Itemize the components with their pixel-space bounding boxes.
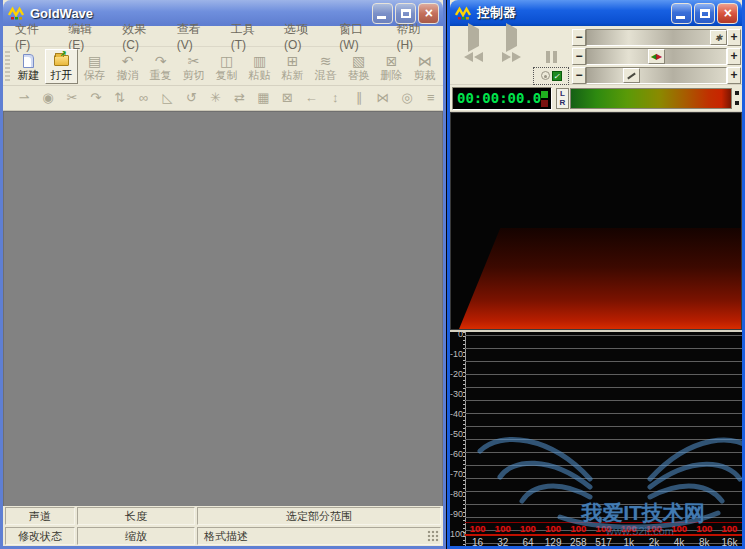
status-channel: 声道	[5, 507, 75, 525]
slider-panel: − ✱ + − ◀▶ + −	[570, 26, 742, 84]
maximize-icon	[401, 9, 411, 18]
balance-slider[interactable]: ◀▶	[586, 48, 727, 65]
effect-icon-4[interactable]: ↷	[84, 88, 108, 108]
new-button[interactable]: 新建	[12, 49, 45, 84]
effect-icon-2[interactable]: ◉	[36, 88, 60, 108]
replace-icon: ▧	[352, 53, 365, 69]
copy-button[interactable]: ◫ 复制	[210, 49, 243, 84]
mix-icon: ≋	[320, 53, 332, 69]
balance-minus-button[interactable]: −	[572, 48, 586, 65]
play-alt-icon	[506, 23, 517, 52]
record-mode-icon	[541, 71, 550, 80]
band-values: 100 100 100 100 100 100 100 100 100 100 …	[465, 523, 742, 534]
fast-forward-button[interactable]	[502, 52, 521, 62]
play-button[interactable]	[468, 29, 479, 47]
effect-icon-18[interactable]: ≡	[419, 88, 443, 108]
close-button[interactable]: ×	[717, 3, 738, 24]
new-file-icon	[23, 54, 34, 68]
y-tick: -60	[450, 450, 463, 459]
meter-channel-labels: L R	[556, 88, 569, 109]
y-tick: -70	[450, 470, 463, 479]
effect-icon-1[interactable]: ⇀	[12, 88, 36, 108]
desktop: GoldWave × 文件(F) 编辑(E) 效果(C) 查看(V) 工具(T)…	[0, 0, 745, 549]
effect-icon-6[interactable]: ∞	[132, 88, 156, 108]
volume-slider-thumb[interactable]: ✱	[710, 30, 727, 45]
main-toolbar: 新建 打开 ▤ 保存 ↶ 撤消 ↷ 重复	[3, 47, 443, 86]
speed-slider[interactable]	[586, 67, 727, 84]
effect-icon-3[interactable]: ✂	[60, 88, 84, 108]
spectrogram-display	[450, 112, 742, 330]
volume-slider-row: − ✱ +	[572, 29, 741, 46]
effect-icon-10[interactable]: ⇄	[227, 88, 251, 108]
status-format: 格式描述	[197, 527, 441, 545]
rewind-button[interactable]	[464, 52, 483, 62]
effect-icon-16[interactable]: ⋈	[371, 88, 395, 108]
trim-button[interactable]: ⋈ 剪裁	[408, 49, 441, 84]
effect-icon-7[interactable]: ◺	[156, 88, 180, 108]
redo-icon: ↷	[155, 53, 167, 69]
resize-grip[interactable]	[427, 530, 439, 542]
volume-minus-button[interactable]: −	[572, 29, 586, 46]
mix-button[interactable]: ≋ 混音	[309, 49, 342, 84]
replace-button[interactable]: ▧ 替换	[342, 49, 375, 84]
effect-icon-11[interactable]: ▦	[251, 88, 275, 108]
record-options-button[interactable]: ✓	[533, 67, 569, 85]
save-button[interactable]: ▤ 保存	[78, 49, 111, 84]
effect-icon-5[interactable]: ⇅	[108, 88, 132, 108]
spectrum-grid	[465, 332, 742, 546]
balance-plus-button[interactable]: +	[727, 48, 741, 65]
save-icon: ▤	[88, 53, 101, 69]
speed-icon	[627, 72, 636, 79]
status-bar-row2: 修改状态 缩放 格式描述	[3, 526, 443, 546]
balance-slider-row: − ◀▶ +	[572, 48, 741, 65]
delete-button[interactable]: ⊠ 删除	[375, 49, 408, 84]
maximize-button[interactable]	[395, 3, 416, 24]
close-icon: ×	[723, 6, 731, 20]
play-alt-button[interactable]	[506, 29, 517, 47]
speed-slider-thumb[interactable]	[623, 68, 640, 83]
frequency-labels: 16 32 64 129 258 517 1k 2k 4k 8k 16k	[465, 537, 742, 546]
minimize-icon	[377, 16, 386, 19]
time-display: 00:00:00.0	[452, 87, 552, 110]
paste-new-button[interactable]: ⊞ 粘新	[276, 49, 309, 84]
status-bar-row1: 声道 长度 选定部分范围	[3, 506, 443, 526]
minimize-button[interactable]	[671, 3, 692, 24]
balance-slider-thumb[interactable]: ◀▶	[648, 49, 665, 64]
redo-button[interactable]: ↷ 重复	[144, 49, 177, 84]
pause-button[interactable]	[546, 51, 557, 63]
effect-icon-12[interactable]: ⊠	[275, 88, 299, 108]
effect-icon-13[interactable]: ←	[299, 88, 323, 108]
volume-slider[interactable]: ✱	[586, 29, 727, 46]
y-tick: 0	[450, 330, 463, 339]
close-button[interactable]: ×	[418, 3, 439, 24]
undo-button[interactable]: ↶ 撤消	[111, 49, 144, 84]
effects-toolbar: ⇀ ◉ ✂ ↷ ⇅ ∞ ◺ ↺ ✳ ⇄ ▦ ⊠ ← ↕ ∥ ⋈ ◎ ≡	[3, 86, 443, 111]
time-meter-row: 00:00:00.0 L R	[450, 85, 742, 112]
green-led-icon	[541, 91, 548, 98]
speed-plus-button[interactable]: +	[727, 67, 741, 84]
effect-icon-8[interactable]: ↺	[180, 88, 204, 108]
effect-icon-15[interactable]: ∥	[347, 88, 371, 108]
red-led-icon	[541, 100, 548, 107]
controller-titlebar[interactable]: 控制器 ×	[450, 0, 742, 26]
level-meter	[570, 88, 732, 109]
open-button[interactable]: 打开	[45, 49, 78, 84]
cut-button[interactable]: ✂ 剪切	[177, 49, 210, 84]
toolbar-grip[interactable]	[5, 51, 10, 82]
maximize-button[interactable]	[694, 3, 715, 24]
y-tick: -80	[450, 490, 463, 499]
paste-button[interactable]: ▥ 粘贴	[243, 49, 276, 84]
y-tick: -50	[450, 430, 463, 439]
volume-plus-button[interactable]: +	[727, 29, 741, 46]
effect-icon-14[interactable]: ↕	[323, 88, 347, 108]
transport-buttons: ✓	[450, 26, 570, 84]
controller-window-title: 控制器	[477, 4, 669, 22]
effect-icon-9[interactable]: ✳	[203, 88, 227, 108]
baseline-red-line	[465, 534, 742, 536]
minimize-button[interactable]	[372, 3, 393, 24]
status-selection: 选定部分范围	[197, 507, 441, 525]
effect-icon-17[interactable]: ◎	[395, 88, 419, 108]
time-value: 00:00:00.0	[457, 90, 541, 106]
speed-minus-button[interactable]: −	[572, 67, 586, 84]
control-panel: ✓ − ✱ + − ◀▶	[450, 26, 742, 85]
